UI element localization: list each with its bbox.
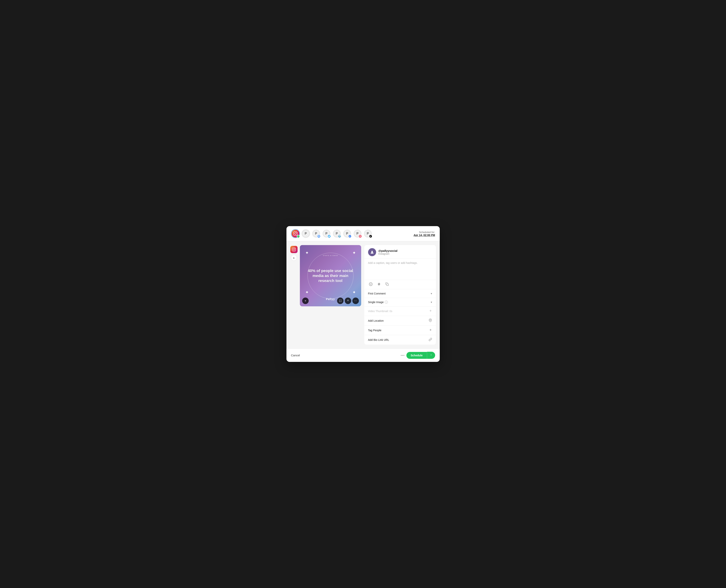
- video-thumbnail-label: Video Thumbnail: 0s: [368, 310, 392, 313]
- caption-toolbar: [364, 280, 436, 289]
- main-content: ▲ STATS & DATA ✦ ✦ ✦ ✦ 40% of people use…: [286, 241, 440, 349]
- fb-badge: [317, 234, 321, 238]
- expand-button[interactable]: [337, 297, 344, 304]
- scheduled-info: Scheduled for: Apr 14, 02:00 PM: [414, 231, 435, 237]
- scheduled-date[interactable]: Apr 14, 02:00 PM: [414, 234, 435, 237]
- post-image-content: STATS & DATA ✦ ✦ ✦ ✦ 40% of people use s…: [300, 245, 361, 306]
- post-image-container: STATS & DATA ✦ ✦ ✦ ✦ 40% of people use s…: [300, 245, 361, 306]
- side-controls: ▲: [290, 245, 298, 345]
- copy-button[interactable]: [385, 282, 389, 287]
- platform-icon-twitter[interactable]: P: [322, 229, 331, 238]
- add-location-row[interactable]: Add Location: [364, 316, 436, 326]
- account-info: @pallyysocial Instagram: [379, 249, 398, 255]
- account-header: @pallyysocial Instagram: [364, 245, 436, 259]
- single-image-label: Single Image: [368, 301, 384, 304]
- first-comment-label: First Comment: [368, 292, 386, 295]
- add-location-label: Add Location: [368, 319, 384, 322]
- platform-icon-p1[interactable]: P: [301, 229, 310, 238]
- star-bottom-right: ✦: [352, 290, 356, 295]
- schedule-button-group: Schedule: [406, 352, 435, 359]
- star-top-left: ✦: [305, 250, 309, 255]
- right-panel: @pallyysocial Instagram Add a caption, t…: [364, 245, 436, 345]
- check-badge: ✓: [297, 235, 300, 238]
- tag-people-add-icon: [429, 328, 432, 332]
- tk-badge: [369, 234, 372, 238]
- info-icon: i: [385, 301, 388, 304]
- svg-point-0: [371, 251, 373, 252]
- stats-data-label: STATS & DATA: [323, 255, 338, 256]
- svg-line-7: [379, 283, 380, 286]
- scheduled-for-label: Scheduled for:: [414, 231, 435, 234]
- swap-button[interactable]: [345, 297, 351, 304]
- emoji-button[interactable]: [368, 281, 374, 287]
- platform-icon-pinterest[interactable]: P: [353, 229, 362, 238]
- platform-icon-instagram[interactable]: ✓: [291, 229, 300, 238]
- add-media-button[interactable]: [302, 297, 309, 304]
- svg-line-6: [379, 283, 379, 286]
- tag-people-row[interactable]: Tag People: [364, 326, 436, 335]
- bio-link-icon: [429, 338, 432, 342]
- svg-point-15: [402, 355, 403, 356]
- post-headline: 40% of people use social media as their …: [306, 268, 356, 283]
- image-overlay-controls: ···: [302, 297, 359, 304]
- pi-badge: [359, 234, 362, 238]
- collapse-button[interactable]: ▲: [291, 255, 297, 261]
- platform-icons-group: ✓ P P P: [291, 229, 372, 238]
- account-platform: Instagram: [379, 252, 398, 255]
- pallyy-p1-inner: P: [302, 230, 310, 237]
- single-image-row[interactable]: Single Image i ▾: [364, 298, 436, 307]
- platform-icon-google[interactable]: P G: [343, 229, 351, 238]
- star-top-right: ✦: [352, 250, 356, 255]
- account-handle: @pallyysocial: [379, 249, 398, 252]
- left-panel: ▲ STATS & DATA ✦ ✦ ✦ ✦ 40% of people use…: [290, 245, 361, 345]
- add-bio-link-row[interactable]: Add Bio Link URL: [364, 335, 436, 345]
- caption-area[interactable]: Add a caption, tag users or add hashtags…: [364, 259, 436, 280]
- more-options-footer-button[interactable]: [400, 353, 405, 358]
- caption-placeholder: Add a caption, tag users or add hashtags…: [368, 261, 432, 265]
- location-icon: [429, 319, 432, 323]
- modal-container: ✓ P P P: [286, 226, 440, 362]
- video-thumbnail-row[interactable]: Video Thumbnail: 0s: [364, 307, 436, 316]
- first-comment-chevron: ▾: [431, 292, 432, 295]
- svg-point-11: [430, 319, 431, 320]
- add-bio-link-label: Add Bio Link URL: [368, 338, 389, 341]
- tag-people-label: Tag People: [368, 329, 382, 332]
- video-thumbnail-add-icon: [429, 309, 432, 313]
- schedule-dropdown-button[interactable]: [427, 352, 435, 359]
- tw-badge: [327, 234, 331, 238]
- more-options-button[interactable]: ···: [352, 297, 359, 304]
- gm-badge: G: [348, 234, 351, 238]
- schedule-button[interactable]: Schedule: [406, 352, 427, 359]
- platform-icon-facebook[interactable]: P: [312, 229, 321, 238]
- svg-point-14: [401, 355, 402, 356]
- image-controls-group: ···: [337, 297, 359, 304]
- star-bottom-left: ✦: [305, 290, 309, 295]
- footer-right: Schedule: [400, 352, 435, 359]
- single-image-group: Single Image i: [368, 301, 388, 304]
- first-comment-row[interactable]: First Comment ▾: [364, 289, 436, 298]
- platform-bar: ✓ P P P: [286, 226, 440, 241]
- li-badge: [338, 234, 341, 238]
- hashtag-button[interactable]: [377, 282, 382, 287]
- cancel-button[interactable]: Cancel: [291, 354, 300, 357]
- svg-rect-8: [386, 284, 388, 286]
- svg-point-16: [404, 355, 404, 356]
- account-avatar: [368, 248, 376, 256]
- modal-footer: Cancel Schedule: [286, 349, 440, 362]
- single-image-chevron: ▾: [431, 301, 432, 304]
- instagram-platform-indicator: [290, 246, 298, 253]
- platform-icon-tiktok[interactable]: P: [363, 229, 372, 238]
- svg-point-1: [369, 282, 372, 286]
- platform-icon-linkedin[interactable]: P: [332, 229, 341, 238]
